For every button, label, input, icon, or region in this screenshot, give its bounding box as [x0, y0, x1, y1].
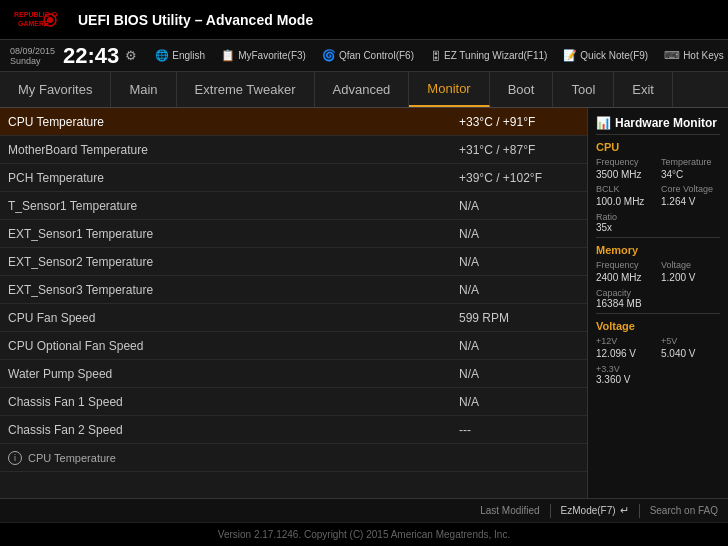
nav-tool[interactable]: Tool: [553, 72, 614, 107]
v33-value: 3.360 V: [596, 374, 630, 385]
v5-label: +5V: [661, 336, 720, 346]
toolbar-ez-tuning[interactable]: 🎛 EZ Tuning Wizard(F11): [424, 50, 553, 62]
ez-mode-label: EzMode(F7): [561, 505, 616, 516]
divider-v-1: [550, 504, 551, 518]
hw-monitor-title: Hardware Monitor: [615, 116, 717, 130]
hw-monitor-icon: 📊: [596, 116, 611, 130]
table-row[interactable]: Chassis Fan 2 Speed ---: [0, 416, 587, 444]
nav-extreme-tweaker[interactable]: Extreme Tweaker: [177, 72, 315, 107]
info-text: CPU Temperature: [28, 452, 116, 464]
cpu-grid: Frequency Temperature 3500 MHz 34°C: [596, 157, 720, 180]
myfavorite-icon: 📋: [221, 49, 235, 62]
core-voltage-value: 1.264 V: [661, 196, 720, 207]
footer: Version 2.17.1246. Copyright (C) 2015 Am…: [0, 522, 728, 546]
table-row[interactable]: EXT_Sensor3 Temperature N/A: [0, 276, 587, 304]
divider-2: [596, 313, 720, 314]
memory-grid: Frequency Voltage 2400 MHz 1.200 V: [596, 260, 720, 283]
mem-voltage-value: 1.200 V: [661, 272, 720, 283]
toolbar-myfavorite[interactable]: 📋 MyFavorite(F3): [215, 49, 312, 62]
cpu-freq-label: Frequency: [596, 157, 655, 167]
nav-bar: My Favorites Main Extreme Tweaker Advanc…: [0, 72, 728, 108]
info-icon: i: [8, 451, 22, 465]
nav-main[interactable]: Main: [111, 72, 176, 107]
divider-1: [596, 237, 720, 238]
voltage-grid: +12V +5V 12.096 V 5.040 V: [596, 336, 720, 359]
table-row[interactable]: CPU Temperature +33°C / +91°F: [0, 108, 587, 136]
cpu-freq-value: 3500 MHz: [596, 169, 655, 180]
v12-value: 12.096 V: [596, 348, 655, 359]
qfan-icon: 🌀: [322, 49, 336, 62]
toolbar-quick-note[interactable]: 📝 Quick Note(F9): [557, 49, 654, 62]
footer-text: Version 2.17.1246. Copyright (C) 2015 Am…: [218, 529, 510, 540]
settings-icon[interactable]: ⚙: [125, 48, 137, 63]
bottom-info-bar: Last Modified EzMode(F7) ↵ Search on FAQ: [0, 498, 728, 522]
cpu-section-title: CPU: [596, 141, 720, 153]
table-row[interactable]: MotherBoard Temperature +31°C / +87°F: [0, 136, 587, 164]
toolbar-time: 22:43: [63, 43, 119, 69]
ez-mode-icon: ↵: [620, 504, 629, 517]
v33-section: +3.3V 3.360 V: [596, 363, 720, 385]
search-faq-item[interactable]: Search on FAQ: [650, 505, 718, 516]
mem-freq-label: Frequency: [596, 260, 655, 270]
table-row[interactable]: T_Sensor1 Temperature N/A: [0, 192, 587, 220]
nav-advanced[interactable]: Advanced: [315, 72, 410, 107]
logo-image: REPUBLIC OF GAMERS: [10, 6, 58, 34]
bios-title: UEFI BIOS Utility – Advanced Mode: [78, 12, 313, 28]
toolbar-day: Sunday: [10, 56, 55, 66]
toolbar-qfan[interactable]: 🌀 Qfan Control(F6): [316, 49, 420, 62]
nav-monitor[interactable]: Monitor: [409, 72, 489, 107]
capacity-label: Capacity: [596, 288, 631, 298]
table-row[interactable]: CPU Fan Speed 599 RPM: [0, 304, 587, 332]
header: REPUBLIC OF GAMERS UEFI BIOS Utility – A…: [0, 0, 728, 40]
mem-voltage-label: Voltage: [661, 260, 720, 270]
cpu-bclk-grid: BCLK Core Voltage 100.0 MHz 1.264 V: [596, 184, 720, 207]
search-faq-label: Search on FAQ: [650, 505, 718, 516]
rog-logo: REPUBLIC OF GAMERS: [10, 6, 58, 34]
last-modified-item[interactable]: Last Modified: [480, 505, 539, 516]
hardware-monitor-panel: 📊 Hardware Monitor CPU Frequency Tempera…: [588, 108, 728, 498]
ratio-label: Ratio: [596, 212, 617, 222]
bclk-label: BCLK: [596, 184, 655, 194]
quick-note-icon: 📝: [563, 49, 577, 62]
nav-boot[interactable]: Boot: [490, 72, 554, 107]
toolbar-hot-keys[interactable]: ⌨ Hot Keys: [658, 49, 728, 62]
cpu-temp-value: 34°C: [661, 169, 720, 180]
monitor-table: CPU Temperature +33°C / +91°F MotherBoar…: [0, 108, 588, 498]
table-row[interactable]: Chassis Fan 1 Speed N/A: [0, 388, 587, 416]
svg-point-4: [47, 17, 53, 23]
ez-mode-item[interactable]: EzMode(F7) ↵: [561, 504, 629, 517]
cpu-ratio-section: Ratio 35x: [596, 211, 720, 233]
ratio-value: 35x: [596, 222, 612, 233]
capacity-value: 16384 MB: [596, 298, 642, 309]
hot-keys-icon: ⌨: [664, 49, 680, 62]
nav-exit[interactable]: Exit: [614, 72, 673, 107]
mem-freq-value: 2400 MHz: [596, 272, 655, 283]
nav-my-favorites[interactable]: My Favorites: [0, 72, 111, 107]
main-layout: CPU Temperature +33°C / +91°F MotherBoar…: [0, 108, 728, 498]
v33-label: +3.3V: [596, 364, 620, 374]
table-row[interactable]: EXT_Sensor1 Temperature N/A: [0, 220, 587, 248]
table-row[interactable]: Water Pump Speed N/A: [0, 360, 587, 388]
ez-tuning-icon: 🎛: [430, 50, 441, 62]
voltage-section-title: Voltage: [596, 320, 720, 332]
toolbar-date: 08/09/2015: [10, 46, 55, 56]
toolbar: 08/09/2015 Sunday 22:43 ⚙ 🌐 English 📋 My…: [0, 40, 728, 72]
language-icon: 🌐: [155, 49, 169, 62]
v12-label: +12V: [596, 336, 655, 346]
memory-capacity-section: Capacity 16384 MB: [596, 287, 720, 309]
table-row[interactable]: EXT_Sensor2 Temperature N/A: [0, 248, 587, 276]
table-row[interactable]: PCH Temperature +39°C / +102°F: [0, 164, 587, 192]
toolbar-language[interactable]: 🌐 English: [149, 49, 211, 62]
table-row[interactable]: CPU Optional Fan Speed N/A: [0, 332, 587, 360]
memory-section-title: Memory: [596, 244, 720, 256]
last-modified-label: Last Modified: [480, 505, 539, 516]
cpu-temp-label: Temperature: [661, 157, 720, 167]
info-row: i CPU Temperature: [0, 444, 587, 472]
v5-value: 5.040 V: [661, 348, 720, 359]
core-voltage-label: Core Voltage: [661, 184, 720, 194]
bclk-value: 100.0 MHz: [596, 196, 655, 207]
divider-v-2: [639, 504, 640, 518]
